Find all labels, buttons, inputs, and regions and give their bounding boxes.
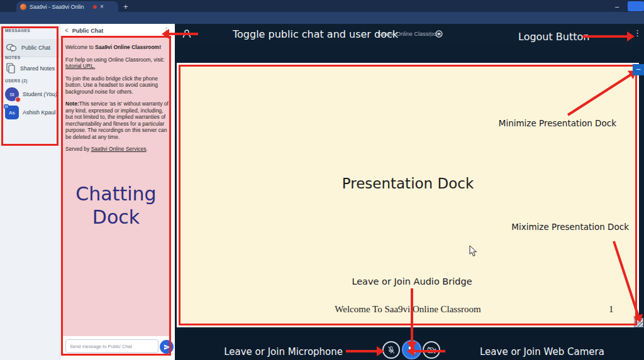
arrow-microphone bbox=[346, 350, 377, 352]
header-separator: | bbox=[430, 31, 431, 37]
microphone-muted-icon bbox=[387, 346, 396, 354]
new-tab-button[interactable]: + bbox=[123, 2, 128, 11]
microphone-button[interactable] bbox=[382, 341, 400, 359]
annotation-toggle-dock: Toggle public chat and user dock bbox=[233, 28, 398, 40]
arrow-logout bbox=[582, 35, 628, 38]
annotation-minimize-pres: Minimize Presentation Dock bbox=[440, 118, 616, 128]
recording-dot-icon bbox=[93, 5, 97, 9]
record-icon[interactable] bbox=[435, 30, 443, 38]
window-minimize-button[interactable]: – bbox=[615, 3, 619, 10]
browser-toolbar: ← → ⟳ vc-sb34.saa9vi.com/html5client/joi… bbox=[0, 12, 644, 24]
minimize-presentation-button[interactable]: – bbox=[633, 64, 644, 75]
annotation-webcam: Leave or Join Web Camera bbox=[480, 346, 604, 357]
chat-back-chevron-icon[interactable]: < bbox=[65, 27, 69, 34]
browser-tab-bar: Saa9vi - Saa9vi Onlin × + – bbox=[0, 0, 644, 12]
annotation-maximize-pres: Miximize Presentation Dock bbox=[440, 222, 629, 232]
chat-panel-title: Public Chat bbox=[72, 28, 159, 34]
mouse-cursor bbox=[469, 245, 477, 257]
chat-panel-header: < Public Chat ⋮ bbox=[60, 25, 175, 36]
annotation-box-user-dock bbox=[1, 26, 58, 146]
arrow-toggle-dock bbox=[169, 33, 198, 35]
tab-title: Saa9vi - Saa9vi Onlin bbox=[30, 4, 90, 10]
annotation-logout: Logout Button bbox=[518, 31, 589, 43]
annotation-presentation-dock: Presentation Dock bbox=[180, 175, 635, 192]
browser-tab[interactable]: Saa9vi - Saa9vi Onlin × bbox=[16, 1, 118, 12]
tab-close-button[interactable]: × bbox=[100, 4, 104, 10]
screen: Saa9vi - Saa9vi Onlin × + – ← → ⟳ vc-sb3… bbox=[0, 0, 644, 360]
annotation-chatting-dock: Chatting Dock bbox=[61, 182, 171, 229]
annotation-audio-bridge: Leave or Join Audio Bridge bbox=[252, 276, 572, 286]
arrow-webcam bbox=[414, 350, 445, 352]
favicon-icon bbox=[20, 4, 26, 10]
arrow-audio-bridge bbox=[411, 288, 413, 342]
window-maximize-button[interactable] bbox=[628, 1, 644, 11]
annotation-microphone: Leave or Join Microphone bbox=[220, 346, 343, 357]
